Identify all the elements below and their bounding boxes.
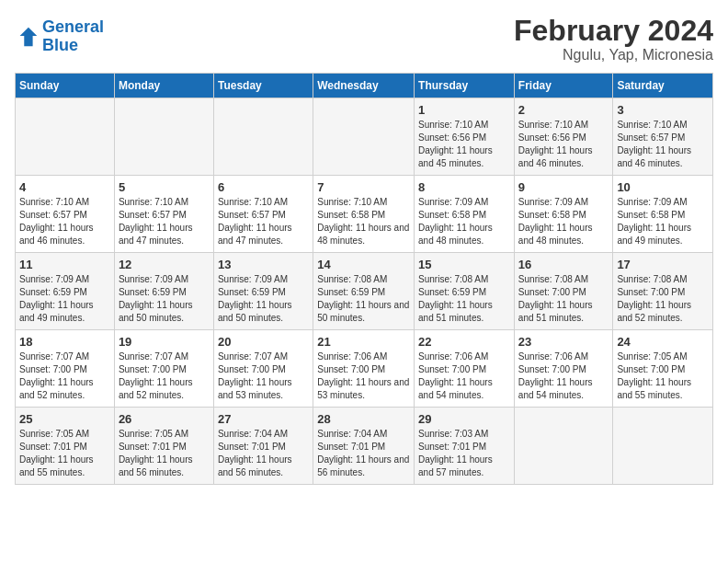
day-number: 23 bbox=[518, 335, 609, 349]
calendar-cell: 28Sunrise: 7:04 AM Sunset: 7:01 PM Dayli… bbox=[313, 408, 415, 485]
day-info: Sunrise: 7:05 AM Sunset: 7:00 PM Dayligh… bbox=[617, 350, 709, 402]
column-header-monday: Monday bbox=[114, 74, 213, 98]
day-info: Sunrise: 7:09 AM Sunset: 6:58 PM Dayligh… bbox=[418, 196, 510, 247]
calendar-cell: 3Sunrise: 7:10 AM Sunset: 6:57 PM Daylig… bbox=[613, 98, 713, 176]
day-number: 20 bbox=[218, 335, 309, 349]
calendar-cell: 14Sunrise: 7:08 AM Sunset: 6:59 PM Dayli… bbox=[313, 253, 415, 330]
calendar-week-row: 18Sunrise: 7:07 AM Sunset: 7:00 PM Dayli… bbox=[16, 330, 713, 408]
calendar-cell: 5Sunrise: 7:10 AM Sunset: 6:57 PM Daylig… bbox=[114, 176, 213, 253]
day-number: 18 bbox=[19, 335, 110, 349]
calendar-cell: 11Sunrise: 7:09 AM Sunset: 6:59 PM Dayli… bbox=[16, 253, 115, 330]
calendar-week-row: 1Sunrise: 7:10 AM Sunset: 6:56 PM Daylig… bbox=[16, 98, 713, 176]
calendar-cell: 21Sunrise: 7:06 AM Sunset: 7:00 PM Dayli… bbox=[313, 330, 415, 408]
day-info: Sunrise: 7:10 AM Sunset: 6:57 PM Dayligh… bbox=[218, 196, 309, 247]
calendar-cell bbox=[213, 98, 313, 176]
day-info: Sunrise: 7:07 AM Sunset: 7:00 PM Dayligh… bbox=[218, 350, 309, 402]
day-info: Sunrise: 7:07 AM Sunset: 7:00 PM Dayligh… bbox=[119, 350, 210, 402]
day-info: Sunrise: 7:10 AM Sunset: 6:57 PM Dayligh… bbox=[617, 119, 709, 170]
calendar-cell: 18Sunrise: 7:07 AM Sunset: 7:00 PM Dayli… bbox=[16, 330, 115, 408]
day-info: Sunrise: 7:09 AM Sunset: 6:59 PM Dayligh… bbox=[19, 273, 110, 325]
day-info: Sunrise: 7:06 AM Sunset: 7:00 PM Dayligh… bbox=[317, 350, 410, 402]
calendar-cell bbox=[16, 98, 115, 176]
day-number: 16 bbox=[518, 258, 609, 271]
day-info: Sunrise: 7:03 AM Sunset: 7:01 PM Dayligh… bbox=[418, 428, 510, 479]
calendar-cell: 24Sunrise: 7:05 AM Sunset: 7:00 PM Dayli… bbox=[613, 330, 713, 408]
column-header-wednesday: Wednesday bbox=[313, 74, 415, 98]
day-number: 29 bbox=[418, 412, 510, 426]
day-info: Sunrise: 7:10 AM Sunset: 6:57 PM Dayligh… bbox=[19, 196, 110, 247]
calendar-cell: 13Sunrise: 7:09 AM Sunset: 6:59 PM Dayli… bbox=[213, 253, 313, 330]
day-number: 7 bbox=[317, 180, 410, 194]
day-number: 8 bbox=[418, 180, 510, 194]
day-number: 21 bbox=[317, 335, 410, 349]
column-header-friday: Friday bbox=[514, 74, 613, 98]
day-number: 27 bbox=[218, 412, 309, 426]
calendar-cell: 26Sunrise: 7:05 AM Sunset: 7:01 PM Dayli… bbox=[114, 408, 213, 485]
day-number: 15 bbox=[418, 258, 510, 271]
day-number: 13 bbox=[218, 258, 309, 271]
calendar-cell: 27Sunrise: 7:04 AM Sunset: 7:01 PM Dayli… bbox=[213, 408, 313, 485]
calendar-cell: 17Sunrise: 7:08 AM Sunset: 7:00 PM Dayli… bbox=[613, 253, 713, 330]
calendar-cell: 1Sunrise: 7:10 AM Sunset: 6:56 PM Daylig… bbox=[415, 98, 515, 176]
column-header-saturday: Saturday bbox=[613, 74, 713, 98]
calendar-subtitle: Ngulu, Yap, Micronesia bbox=[514, 47, 713, 63]
day-number: 12 bbox=[119, 258, 210, 271]
calendar-cell: 9Sunrise: 7:09 AM Sunset: 6:58 PM Daylig… bbox=[514, 176, 613, 253]
day-number: 4 bbox=[19, 180, 110, 194]
day-info: Sunrise: 7:05 AM Sunset: 7:01 PM Dayligh… bbox=[119, 428, 210, 479]
calendar-cell: 22Sunrise: 7:06 AM Sunset: 7:00 PM Dayli… bbox=[415, 330, 515, 408]
calendar-cell: 19Sunrise: 7:07 AM Sunset: 7:00 PM Dayli… bbox=[114, 330, 213, 408]
day-number: 3 bbox=[617, 103, 709, 117]
calendar-title: February 2024 bbox=[514, 15, 713, 47]
title-block: February 2024 Ngulu, Yap, Micronesia bbox=[514, 15, 713, 63]
calendar-cell: 16Sunrise: 7:08 AM Sunset: 7:00 PM Dayli… bbox=[514, 253, 613, 330]
calendar-cell: 15Sunrise: 7:08 AM Sunset: 6:59 PM Dayli… bbox=[415, 253, 515, 330]
day-info: Sunrise: 7:08 AM Sunset: 6:59 PM Dayligh… bbox=[418, 273, 510, 325]
day-info: Sunrise: 7:09 AM Sunset: 6:58 PM Dayligh… bbox=[518, 196, 609, 247]
day-info: Sunrise: 7:08 AM Sunset: 7:00 PM Dayligh… bbox=[617, 273, 709, 325]
logo-text: General Blue bbox=[42, 18, 104, 55]
calendar-cell: 6Sunrise: 7:10 AM Sunset: 6:57 PM Daylig… bbox=[213, 176, 313, 253]
day-number: 25 bbox=[19, 412, 110, 426]
day-number: 10 bbox=[617, 180, 709, 194]
calendar-cell: 4Sunrise: 7:10 AM Sunset: 6:57 PM Daylig… bbox=[16, 176, 115, 253]
day-info: Sunrise: 7:10 AM Sunset: 6:58 PM Dayligh… bbox=[317, 196, 410, 247]
calendar-cell bbox=[613, 408, 713, 485]
day-number: 11 bbox=[19, 258, 110, 271]
calendar-cell bbox=[114, 98, 213, 176]
calendar-cell: 29Sunrise: 7:03 AM Sunset: 7:01 PM Dayli… bbox=[415, 408, 515, 485]
day-info: Sunrise: 7:08 AM Sunset: 6:59 PM Dayligh… bbox=[317, 273, 410, 325]
day-info: Sunrise: 7:05 AM Sunset: 7:01 PM Dayligh… bbox=[19, 428, 110, 479]
calendar-table: SundayMondayTuesdayWednesdayThursdayFrid… bbox=[15, 73, 713, 485]
day-number: 1 bbox=[418, 103, 510, 117]
calendar-week-row: 25Sunrise: 7:05 AM Sunset: 7:01 PM Dayli… bbox=[16, 408, 713, 485]
calendar-cell: 8Sunrise: 7:09 AM Sunset: 6:58 PM Daylig… bbox=[415, 176, 515, 253]
day-info: Sunrise: 7:06 AM Sunset: 7:00 PM Dayligh… bbox=[418, 350, 510, 402]
calendar-cell: 20Sunrise: 7:07 AM Sunset: 7:00 PM Dayli… bbox=[213, 330, 313, 408]
calendar-cell: 25Sunrise: 7:05 AM Sunset: 7:01 PM Dayli… bbox=[16, 408, 115, 485]
calendar-cell: 12Sunrise: 7:09 AM Sunset: 6:59 PM Dayli… bbox=[114, 253, 213, 330]
calendar-cell: 2Sunrise: 7:10 AM Sunset: 6:56 PM Daylig… bbox=[514, 98, 613, 176]
calendar-cell bbox=[514, 408, 613, 485]
day-info: Sunrise: 7:08 AM Sunset: 7:00 PM Dayligh… bbox=[518, 273, 609, 325]
calendar-cell: 7Sunrise: 7:10 AM Sunset: 6:58 PM Daylig… bbox=[313, 176, 415, 253]
day-number: 19 bbox=[119, 335, 210, 349]
day-number: 14 bbox=[317, 258, 410, 271]
day-number: 2 bbox=[518, 103, 609, 117]
day-info: Sunrise: 7:10 AM Sunset: 6:56 PM Dayligh… bbox=[518, 119, 609, 170]
calendar-week-row: 11Sunrise: 7:09 AM Sunset: 6:59 PM Dayli… bbox=[16, 253, 713, 330]
day-info: Sunrise: 7:04 AM Sunset: 7:01 PM Dayligh… bbox=[317, 428, 410, 479]
day-info: Sunrise: 7:04 AM Sunset: 7:01 PM Dayligh… bbox=[218, 428, 309, 479]
calendar-cell: 23Sunrise: 7:06 AM Sunset: 7:00 PM Dayli… bbox=[514, 330, 613, 408]
day-number: 24 bbox=[617, 335, 709, 349]
column-header-thursday: Thursday bbox=[415, 74, 515, 98]
day-number: 26 bbox=[119, 412, 210, 426]
day-number: 9 bbox=[518, 180, 609, 194]
calendar-header-row: SundayMondayTuesdayWednesdayThursdayFrid… bbox=[16, 74, 713, 98]
calendar-week-row: 4Sunrise: 7:10 AM Sunset: 6:57 PM Daylig… bbox=[16, 176, 713, 253]
day-info: Sunrise: 7:06 AM Sunset: 7:00 PM Dayligh… bbox=[518, 350, 609, 402]
calendar-cell: 10Sunrise: 7:09 AM Sunset: 6:58 PM Dayli… bbox=[613, 176, 713, 253]
day-info: Sunrise: 7:10 AM Sunset: 6:56 PM Dayligh… bbox=[418, 119, 510, 170]
day-number: 6 bbox=[218, 180, 309, 194]
day-info: Sunrise: 7:10 AM Sunset: 6:57 PM Dayligh… bbox=[119, 196, 210, 247]
